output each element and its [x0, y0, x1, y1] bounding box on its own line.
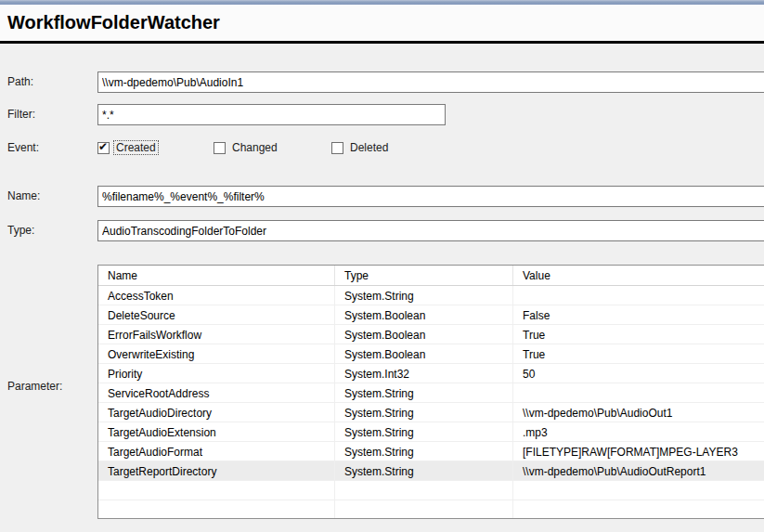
table-cell-name: OverwriteExisting — [98, 344, 335, 363]
table-cell-name: Priority — [98, 364, 335, 383]
table-cell-value: True — [513, 325, 764, 344]
table-row[interactable] — [98, 481, 764, 500]
column-header-value[interactable]: Value — [513, 266, 764, 285]
parameter-table: Name Type Value AccessTokenSystem.String… — [97, 265, 764, 519]
table-cell-value: False — [513, 305, 764, 324]
table-row[interactable]: PrioritySystem.Int3250 — [98, 364, 764, 383]
page-title: WorkflowFolderWatcher — [7, 12, 220, 33]
checkbox-created-label: Created — [113, 140, 159, 155]
table-row[interactable]: TargetAudioDirectorySystem.String\\vm-dp… — [98, 403, 764, 422]
table-cell-value — [513, 286, 764, 305]
table-row[interactable]: TargetReportDirectorySystem.String\\vm-d… — [98, 461, 764, 481]
event-checkbox-changed[interactable]: Changed — [214, 140, 280, 155]
type-label: Type: — [7, 224, 34, 237]
path-input[interactable] — [97, 71, 764, 93]
event-label: Event: — [7, 141, 39, 154]
table-cell-type — [335, 481, 513, 500]
title-underline — [0, 41, 764, 44]
table-cell-type: System.String — [335, 403, 513, 422]
column-header-type[interactable]: Type — [335, 266, 513, 285]
column-header-name[interactable]: Name — [98, 266, 335, 285]
checkbox-created-box[interactable] — [97, 142, 110, 154]
title-band: WorkflowFolderWatcher — [0, 5, 764, 41]
workflow-folder-watcher-panel: WorkflowFolderWatcher Path: Filter: Even… — [0, 0, 764, 532]
table-cell-value — [513, 383, 764, 402]
parameter-table-body: AccessTokenSystem.StringDeleteSourceSyst… — [98, 286, 764, 519]
table-cell-name: TargetReportDirectory — [98, 461, 335, 480]
table-row[interactable]: ServiceRootAddressSystem.String — [98, 383, 764, 403]
table-cell-name: TargetAudioDirectory — [98, 403, 335, 422]
checkbox-changed-label: Changed — [229, 140, 280, 155]
table-row[interactable]: TargetAudioFormatSystem.String[FILETYPE]… — [98, 442, 764, 461]
event-checkbox-deleted[interactable]: Deleted — [331, 140, 391, 155]
checkbox-deleted-box[interactable] — [331, 142, 343, 154]
table-cell-name — [98, 500, 335, 519]
table-cell-type — [335, 500, 513, 519]
table-cell-type: System.String — [335, 286, 513, 305]
table-cell-name — [98, 481, 335, 500]
table-cell-type: System.Boolean — [335, 344, 513, 363]
table-row[interactable]: AccessTokenSystem.String — [98, 286, 764, 305]
table-cell-value: \\vm-dpedemo\Pub\AudioOutReport1 — [513, 461, 764, 480]
table-cell-value: True — [513, 344, 764, 363]
checkbox-changed-box[interactable] — [214, 142, 226, 154]
table-row[interactable]: TargetAudioExtensionSystem.String.mp3 — [98, 422, 764, 442]
type-input[interactable] — [97, 220, 764, 241]
parameter-label: Parameter: — [7, 380, 62, 393]
table-cell-type: System.String — [335, 383, 513, 402]
table-cell-type: System.Boolean — [335, 325, 513, 344]
table-cell-value: 50 — [513, 364, 764, 383]
table-cell-name: ServiceRootAddress — [98, 383, 335, 402]
table-cell-type: System.String — [335, 422, 513, 441]
table-cell-value: .mp3 — [513, 422, 764, 441]
table-row[interactable]: ErrorFailsWorkflowSystem.BooleanTrue — [98, 325, 764, 344]
name-input[interactable] — [97, 186, 764, 207]
table-cell-name: DeleteSource — [98, 305, 335, 324]
table-cell-name: TargetAudioFormat — [98, 442, 335, 461]
parameter-table-header: Name Type Value — [98, 266, 764, 286]
checkbox-deleted-label: Deleted — [347, 140, 391, 155]
path-label: Path: — [7, 75, 33, 88]
table-cell-name: ErrorFailsWorkflow — [98, 325, 335, 344]
name-label: Name: — [7, 189, 40, 202]
event-checkbox-created[interactable]: Created — [97, 140, 159, 155]
table-cell-name: TargetAudioExtension — [98, 422, 335, 441]
filter-input[interactable] — [97, 104, 446, 125]
table-cell-value: \\vm-dpedemo\Pub\AudioOut1 — [513, 403, 764, 422]
table-cell-type: System.Int32 — [335, 364, 513, 383]
table-cell-value — [513, 500, 764, 519]
table-cell-value: [FILETYPE]RAW[FORMAT]MPEG-LAYER3 — [513, 442, 764, 461]
table-row[interactable]: DeleteSourceSystem.BooleanFalse — [98, 305, 764, 325]
table-cell-type: System.Boolean — [335, 305, 513, 324]
table-cell-name: AccessToken — [98, 286, 335, 305]
filter-label: Filter: — [7, 108, 35, 121]
table-row[interactable] — [98, 500, 764, 519]
table-row[interactable]: OverwriteExistingSystem.BooleanTrue — [98, 344, 764, 364]
table-cell-type: System.String — [335, 461, 513, 480]
table-cell-type: System.String — [335, 442, 513, 461]
table-cell-value — [513, 481, 764, 500]
